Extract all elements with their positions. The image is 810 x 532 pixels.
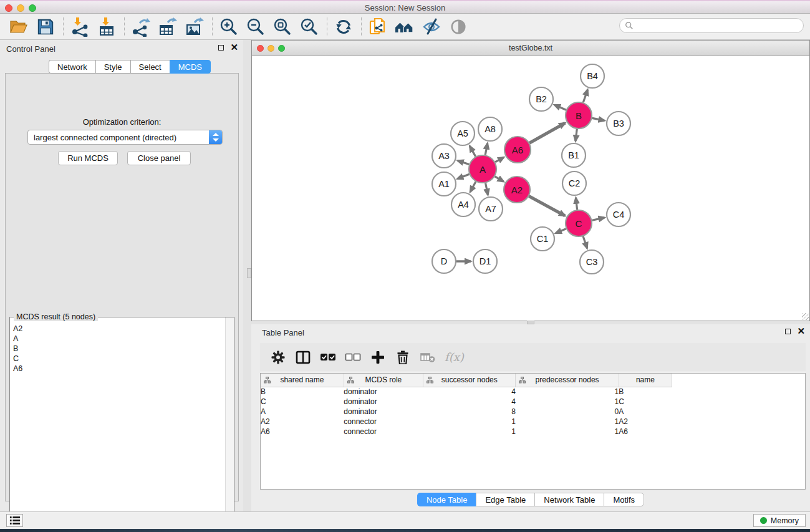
table-cell[interactable]: 1: [423, 427, 516, 437]
edge-A-A1[interactable]: [457, 174, 469, 178]
mcds-result-item[interactable]: A6: [13, 364, 225, 374]
add-column-button[interactable]: [367, 347, 388, 368]
mcds-result-item[interactable]: B: [13, 344, 225, 354]
export-table-button[interactable]: [157, 16, 179, 38]
edge-A-A8[interactable]: [485, 143, 488, 155]
table-row[interactable]: Adominator80A: [261, 407, 672, 417]
memory-button[interactable]: Memory: [753, 514, 806, 527]
table-cell[interactable]: A2: [261, 417, 344, 427]
node-table[interactable]: shared name MCDS role successor nodes: [260, 373, 806, 490]
tab-network[interactable]: Network: [49, 60, 95, 74]
table-cell[interactable]: A6: [261, 427, 344, 437]
column-header[interactable]: MCDS role: [344, 374, 423, 387]
column-header[interactable]: name: [619, 374, 672, 387]
table-cell[interactable]: 1: [516, 397, 619, 407]
column-header[interactable]: successor nodes: [423, 374, 516, 387]
edge-C-C2[interactable]: [576, 198, 577, 210]
zoom-fit-button[interactable]: [271, 16, 294, 38]
table-cell[interactable]: C: [619, 397, 672, 407]
table-cell[interactable]: dominator: [344, 397, 423, 407]
float-panel-icon[interactable]: [218, 45, 224, 51]
table-cell[interactable]: A: [619, 407, 672, 417]
table-cell[interactable]: 4: [423, 387, 516, 397]
table-cell[interactable]: 4: [423, 397, 516, 407]
edge-B-B3[interactable]: [592, 118, 605, 120]
table-cell[interactable]: dominator: [344, 387, 423, 397]
edge-A-A6[interactable]: [495, 157, 504, 162]
close-panel-button[interactable]: Close panel: [127, 151, 191, 165]
zoom-in-button[interactable]: [218, 16, 240, 38]
window-resize-grip[interactable]: [802, 313, 809, 320]
table-cell[interactable]: 1: [516, 417, 619, 427]
export-image-button[interactable]: [183, 16, 206, 38]
column-header[interactable]: predecessor nodes: [516, 374, 619, 387]
mcds-result-item[interactable]: A: [13, 334, 225, 344]
tab-mcds[interactable]: MCDS: [170, 60, 211, 74]
task-history-button[interactable]: [6, 514, 23, 527]
table-cell[interactable]: 1: [516, 427, 619, 437]
table-cell[interactable]: A: [261, 407, 344, 417]
table-cell[interactable]: B: [619, 387, 672, 397]
column-header[interactable]: shared name: [261, 374, 344, 387]
run-mcds-button[interactable]: Run MCDS: [58, 151, 118, 165]
mcds-result-list[interactable]: A2ABCA6: [10, 321, 225, 527]
edge-A-A5[interactable]: [470, 146, 475, 157]
table-cell[interactable]: C: [261, 397, 344, 407]
delete-table-button[interactable]: [417, 347, 438, 368]
float-table-panel-icon[interactable]: [785, 329, 791, 334]
zoom-selected-button[interactable]: [298, 16, 321, 38]
table-cell[interactable]: 1: [423, 417, 516, 427]
export-network-button[interactable]: [130, 16, 152, 38]
edge-B-B4[interactable]: [583, 90, 587, 103]
edge-A-A3[interactable]: [458, 160, 469, 164]
table-row[interactable]: Cdominator41C: [261, 397, 672, 407]
function-builder-button[interactable]: f(x): [445, 351, 464, 364]
select-all-columns-button[interactable]: [317, 347, 339, 368]
splitter-handle-left[interactable]: [247, 268, 251, 278]
table-cell[interactable]: 0: [516, 407, 619, 417]
edge-A-A7[interactable]: [486, 183, 488, 195]
open-session-button[interactable]: [7, 16, 30, 38]
table-cell[interactable]: 8: [423, 407, 516, 417]
close-table-panel-icon[interactable]: ✕: [797, 328, 805, 334]
edge-A-A4[interactable]: [470, 181, 476, 192]
edge-C-C4[interactable]: [592, 218, 605, 220]
table-row[interactable]: A2connector11A2: [261, 417, 672, 427]
import-network-button[interactable]: [69, 16, 91, 38]
edge-C-C3[interactable]: [583, 236, 587, 248]
new-network-from-selection-button[interactable]: [367, 16, 389, 38]
table-cell[interactable]: 1: [516, 387, 619, 397]
refresh-button[interactable]: [332, 16, 355, 38]
table-cell[interactable]: dominator: [344, 407, 423, 417]
edge-C-C1[interactable]: [556, 229, 566, 233]
mcds-result-item[interactable]: A2: [13, 324, 225, 334]
search-input[interactable]: [634, 21, 803, 31]
edge-A2-C[interactable]: [529, 196, 565, 216]
result-scrollbar[interactable]: [225, 317, 234, 527]
tab-select[interactable]: Select: [130, 60, 170, 74]
table-cell[interactable]: A2: [619, 417, 672, 427]
show-columns-button[interactable]: [292, 347, 314, 368]
edge-B-B1[interactable]: [576, 129, 577, 141]
tab-motifs[interactable]: Motifs: [604, 493, 644, 506]
table-cell[interactable]: A6: [619, 427, 672, 437]
first-neighbors-button[interactable]: [393, 16, 416, 38]
search-field[interactable]: [619, 18, 804, 33]
close-panel-icon[interactable]: ✕: [230, 44, 238, 51]
table-cell[interactable]: connector: [344, 427, 423, 437]
table-cell[interactable]: B: [261, 387, 344, 397]
tab-edge-table[interactable]: Edge Table: [476, 493, 534, 506]
edge-A-A2[interactable]: [495, 177, 504, 181]
table-row[interactable]: Bdominator41B: [261, 387, 672, 397]
table-row[interactable]: A6connector11A6: [261, 427, 672, 437]
tab-network-table[interactable]: Network Table: [534, 493, 604, 506]
save-session-button[interactable]: [34, 16, 57, 38]
show-all-button[interactable]: [447, 16, 470, 38]
table-cell[interactable]: connector: [344, 417, 423, 427]
unselect-all-columns-button[interactable]: [342, 347, 364, 368]
hide-selected-button[interactable]: [420, 16, 443, 38]
edge-B-B2[interactable]: [554, 105, 566, 110]
tab-node-table[interactable]: Node Table: [417, 493, 476, 506]
import-table-button[interactable]: [95, 16, 118, 38]
tab-style[interactable]: Style: [95, 60, 130, 74]
